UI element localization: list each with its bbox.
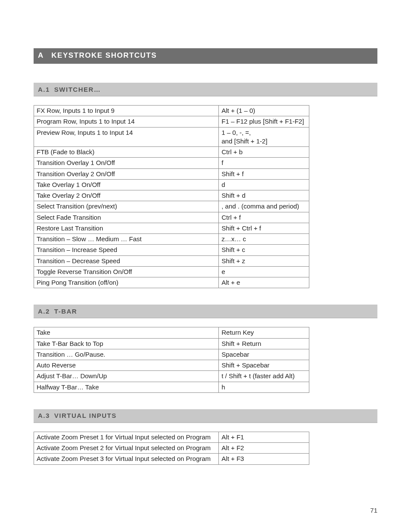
page: A KEYSTROKE SHORTCUTS A.1 SWITCHER… FX R… bbox=[0, 0, 411, 532]
shortcut-description: Preview Row, Inputs 1 to Input 14 bbox=[34, 127, 219, 147]
shortcut-description: Take Overlay 1 On/Off bbox=[34, 179, 219, 190]
shortcut-key: Shift + Ctrl + f bbox=[219, 223, 309, 233]
shortcut-key: Shift + f bbox=[219, 168, 309, 179]
section-header-vinputs: A.3 VIRTUAL INPUTS bbox=[34, 409, 377, 423]
shortcut-description: FX Row, Inputs 1 to Input 9 bbox=[34, 106, 219, 116]
table-row: Activate Zoom Preset 1 for Virtual Input… bbox=[34, 432, 309, 442]
section-num: A.1 bbox=[38, 86, 50, 93]
tbar-table: TakeReturn KeyTake T-Bar Back to TopShif… bbox=[34, 327, 309, 393]
shortcut-key: Return Key bbox=[219, 327, 309, 338]
table-row: Transition Overlay 2 On/OffShift + f bbox=[34, 168, 309, 179]
table-row: Adjust T-Bar… Down/Upt / Shift + t (fast… bbox=[34, 371, 309, 382]
section-title: SWITCHER… bbox=[54, 86, 101, 93]
shortcut-description: Toggle Reverse Transition On/Off bbox=[34, 266, 219, 277]
switcher-table: FX Row, Inputs 1 to Input 9Alt + (1 – 0)… bbox=[34, 105, 309, 288]
section-header-switcher: A.1 SWITCHER… bbox=[34, 83, 377, 96]
table-row: Program Row, Inputs 1 to Input 14F1 – F1… bbox=[34, 116, 309, 127]
shortcut-description: Select Fade Transition bbox=[34, 212, 219, 223]
shortcut-key: Alt + F3 bbox=[219, 454, 309, 464]
shortcut-key: Shift + Return bbox=[219, 338, 309, 349]
table-row: FX Row, Inputs 1 to Input 9Alt + (1 – 0) bbox=[34, 106, 309, 116]
shortcut-key: h bbox=[219, 382, 309, 392]
shortcut-description: Auto Reverse bbox=[34, 360, 219, 371]
table-row: Activate Zoom Preset 2 for Virtual Input… bbox=[34, 443, 309, 454]
shortcut-key: Ctrl + f bbox=[219, 212, 309, 223]
table-row: Transition Overlay 1 On/Offf bbox=[34, 158, 309, 168]
shortcut-key: f bbox=[219, 158, 309, 168]
shortcut-description: Halfway T-Bar… Take bbox=[34, 382, 219, 392]
appendix-header: A KEYSTROKE SHORTCUTS bbox=[34, 48, 377, 64]
shortcut-key: Shift + d bbox=[219, 190, 309, 201]
shortcut-description: Ping Pong Transition (off/on) bbox=[34, 277, 219, 288]
table-row: FTB (Fade to Black)Ctrl + b bbox=[34, 147, 309, 158]
shortcut-key: t / Shift + t (faster add Alt) bbox=[219, 371, 309, 382]
table-row: Transition – Slow … Medium … Fastz…x… c bbox=[34, 234, 309, 245]
table-row: TakeReturn Key bbox=[34, 327, 309, 338]
table-row: Restore Last TransitionShift + Ctrl + f bbox=[34, 223, 309, 233]
appendix-title: KEYSTROKE SHORTCUTS bbox=[51, 51, 157, 60]
shortcut-description: Program Row, Inputs 1 to Input 14 bbox=[34, 116, 219, 127]
shortcut-description: Select Transition (prev/next) bbox=[34, 201, 219, 212]
shortcut-key: Alt + (1 – 0) bbox=[219, 106, 309, 116]
shortcut-key: F1 – F12 plus [Shift + F1-F2] bbox=[219, 116, 309, 127]
table-row: Select Transition (prev/next), and . (co… bbox=[34, 201, 309, 212]
shortcut-key: , and . (comma and period) bbox=[219, 201, 309, 212]
table-row: Take Overlay 2 On/OffShift + d bbox=[34, 190, 309, 201]
page-number: 71 bbox=[370, 507, 377, 514]
table-row: Preview Row, Inputs 1 to Input 141 – 0, … bbox=[34, 127, 309, 147]
table-row: Transition – Increase SpeedShift + c bbox=[34, 245, 309, 255]
shortcut-description: Transition Overlay 2 On/Off bbox=[34, 168, 219, 179]
appendix-letter: A bbox=[38, 51, 44, 60]
shortcut-description: Transition … Go/Pause. bbox=[34, 349, 219, 360]
vinputs-table: Activate Zoom Preset 1 for Virtual Input… bbox=[34, 432, 309, 465]
shortcut-key: Ctrl + b bbox=[219, 147, 309, 158]
shortcut-key: Shift + Spacebar bbox=[219, 360, 309, 371]
table-row: Toggle Reverse Transition On/Offe bbox=[34, 266, 309, 277]
table-row: Transition … Go/Pause.Spacebar bbox=[34, 349, 309, 360]
shortcut-description: Transition – Increase Speed bbox=[34, 245, 219, 255]
shortcut-description: Take Overlay 2 On/Off bbox=[34, 190, 219, 201]
shortcut-description: Transition – Decrease Speed bbox=[34, 255, 219, 266]
section-header-tbar: A.2 T-BAR bbox=[34, 305, 377, 318]
shortcut-key: Alt + F1 bbox=[219, 432, 309, 442]
shortcut-key: Shift + z bbox=[219, 255, 309, 266]
shortcut-key: 1 – 0, -, =, and [Shift + 1-2] bbox=[219, 127, 309, 147]
table-row: Activate Zoom Preset 3 for Virtual Input… bbox=[34, 454, 309, 464]
table-row: Auto ReverseShift + Spacebar bbox=[34, 360, 309, 371]
table-row: Take Overlay 1 On/Offd bbox=[34, 179, 309, 190]
shortcut-description: Activate Zoom Preset 3 for Virtual Input… bbox=[34, 454, 219, 464]
shortcut-key: Alt + e bbox=[219, 277, 309, 288]
section-num: A.2 bbox=[38, 308, 50, 315]
shortcut-key: Spacebar bbox=[219, 349, 309, 360]
shortcut-description: Restore Last Transition bbox=[34, 223, 219, 233]
shortcut-key: e bbox=[219, 266, 309, 277]
shortcut-description: Transition – Slow … Medium … Fast bbox=[34, 234, 219, 245]
shortcut-key: d bbox=[219, 179, 309, 190]
section-title: VIRTUAL INPUTS bbox=[54, 412, 117, 419]
section-num: A.3 bbox=[38, 412, 50, 419]
section-title: T-BAR bbox=[54, 308, 77, 315]
table-row: Take T-Bar Back to TopShift + Return bbox=[34, 338, 309, 349]
shortcut-description: FTB (Fade to Black) bbox=[34, 147, 219, 158]
table-row: Halfway T-Bar… Takeh bbox=[34, 382, 309, 392]
shortcut-description: Take T-Bar Back to Top bbox=[34, 338, 219, 349]
shortcut-key: Shift + c bbox=[219, 245, 309, 255]
shortcut-description: Take bbox=[34, 327, 219, 338]
shortcut-description: Transition Overlay 1 On/Off bbox=[34, 158, 219, 168]
shortcut-description: Adjust T-Bar… Down/Up bbox=[34, 371, 219, 382]
shortcut-description: Activate Zoom Preset 1 for Virtual Input… bbox=[34, 432, 219, 442]
shortcut-description: Activate Zoom Preset 2 for Virtual Input… bbox=[34, 443, 219, 454]
table-row: Ping Pong Transition (off/on)Alt + e bbox=[34, 277, 309, 288]
table-row: Select Fade TransitionCtrl + f bbox=[34, 212, 309, 223]
shortcut-key: z…x… c bbox=[219, 234, 309, 245]
table-row: Transition – Decrease SpeedShift + z bbox=[34, 255, 309, 266]
shortcut-key: Alt + F2 bbox=[219, 443, 309, 454]
